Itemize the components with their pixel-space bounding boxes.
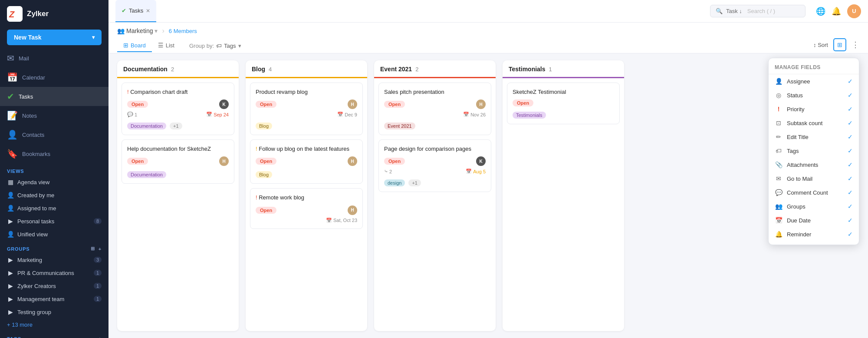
expand-icon: ▶ bbox=[7, 256, 14, 263]
sidebar-item-assigned-to-me[interactable]: 👤 Assigned to me bbox=[0, 202, 108, 215]
column-blog: Blog 4 Product revamp blog Open H 📅 Dec … bbox=[246, 60, 367, 331]
tasks-tab[interactable]: ✔ Tasks ✕ bbox=[115, 0, 156, 22]
sidebar-item-mail[interactable]: ✉ Mail bbox=[0, 49, 108, 68]
sidebar-item-agenda[interactable]: ▦ Agenda view bbox=[0, 176, 108, 189]
field-assignee[interactable]: 👤 Assignee ✓ bbox=[769, 74, 859, 88]
field-edittitle[interactable]: ✏ Edit Title ✓ bbox=[769, 130, 859, 144]
sidebar-item-unified[interactable]: 👤 Unified view bbox=[0, 228, 108, 241]
sidebar-item-tasks[interactable]: ✔ Tasks bbox=[0, 87, 108, 106]
subheader-tabs: ⊞ Board ☰ List Group by: 🏷 Tags ▾ bbox=[117, 39, 241, 52]
search-bar[interactable]: 🔍 Task ↓ Search ( / ) bbox=[710, 5, 806, 17]
card-tags: Documentation bbox=[127, 169, 229, 178]
sort-button[interactable]: ↕ Sort bbox=[813, 42, 828, 48]
list-icon: ☰ bbox=[158, 42, 164, 49]
sidebar-item-zylker[interactable]: ▶ Zylker Creators 1 bbox=[0, 279, 108, 292]
check-reminder: ✓ bbox=[848, 231, 853, 238]
check-attachments: ✓ bbox=[848, 161, 853, 168]
field-duedate[interactable]: 📅 Due Date ✓ bbox=[769, 213, 859, 227]
field-commentcount[interactable]: 💬 Comment Count ✓ bbox=[769, 186, 859, 199]
card-help-documentation[interactable]: Help documentation for SketcheZ Open H D… bbox=[122, 139, 234, 184]
globe-icon[interactable]: 🌐 bbox=[816, 7, 825, 16]
card-follow-up-blog[interactable]: ! Follow up blog on the latest features … bbox=[250, 139, 363, 184]
field-priority[interactable]: ! Priority ✓ bbox=[769, 102, 859, 116]
card-meta-row: 📅 Dec 9 bbox=[256, 112, 357, 117]
group-selector[interactable]: 👥 Marketing ▾ bbox=[117, 27, 158, 34]
assignee-field-icon: 👤 bbox=[775, 78, 783, 85]
due-date: 📅 Sep 24 bbox=[206, 112, 229, 117]
check-tags: ✓ bbox=[848, 147, 853, 154]
right-content: ✔ Tasks ✕ 🔍 Task ↓ Search ( / ) 🌐 🔔 U bbox=[108, 0, 868, 338]
field-subtask[interactable]: ⊡ Subtask count ✓ bbox=[769, 116, 859, 130]
groupby-chevron: ▾ bbox=[238, 43, 241, 49]
status-badge: Open bbox=[513, 99, 533, 106]
sidebar-item-created-by-me[interactable]: 👤 Created by me bbox=[0, 189, 108, 202]
card-row: Open H bbox=[127, 156, 229, 166]
sidebar-item-pr[interactable]: ▶ PR & Communications 1 bbox=[0, 266, 108, 279]
grid-icon: ⊞ bbox=[837, 41, 842, 48]
sidebar-item-calendar[interactable]: 📅 Calendar bbox=[0, 68, 108, 87]
tags-add-icon[interactable]: + bbox=[99, 336, 102, 338]
field-groups[interactable]: 👥 Groups ✓ bbox=[769, 199, 859, 213]
card-tags: Documentation +1 bbox=[127, 120, 229, 129]
card-comparison-chart-draft[interactable]: ! Comparison chart draft Open K 💬 1 � bbox=[122, 83, 234, 135]
column-header-documentation: Documentation 2 bbox=[117, 60, 239, 78]
tab-close-icon[interactable]: ✕ bbox=[146, 8, 150, 14]
card-product-revamp[interactable]: Product revamp blog Open H 📅 Dec 9 Blog bbox=[250, 83, 363, 135]
groups-add-icon[interactable]: + bbox=[99, 246, 102, 252]
card-page-design[interactable]: Page design for comparison pages Open K … bbox=[378, 139, 491, 192]
card-sales-pitch[interactable]: Sales pitch presentation Open H 📅 Nov 26 bbox=[378, 83, 491, 135]
topbar: ✔ Tasks ✕ 🔍 Task ↓ Search ( / ) 🌐 🔔 U bbox=[108, 0, 868, 23]
card-meta-row: ⤷ 2 📅 Aug 5 bbox=[384, 169, 486, 174]
column-event2021: Event 2021 2 Sales pitch presentation Op… bbox=[374, 60, 496, 331]
view-toggle-button[interactable]: ⊞ bbox=[833, 38, 846, 51]
sidebar-item-mgmt[interactable]: ▶ Management team 1 bbox=[0, 292, 108, 305]
card-sketchez-testimonial[interactable]: SketcheZ Testimonial Open Testimonials bbox=[507, 83, 620, 124]
due-date: 📅 Sat, Oct 23 bbox=[326, 218, 357, 223]
zylker-badge: 1 bbox=[94, 283, 102, 289]
calendar-icon: 📅 bbox=[206, 112, 212, 117]
manage-fields-panel: Manage Fields 👤 Assignee ✓ ◎ Status ✓ ! … bbox=[768, 58, 859, 245]
tags-section-title: TAGS + bbox=[0, 331, 108, 338]
sidebar-item-contacts[interactable]: 👤 Contacts bbox=[0, 125, 108, 144]
field-gomail[interactable]: ✉ Go to Mail ✓ bbox=[769, 172, 859, 186]
field-status[interactable]: ◎ Status ✓ bbox=[769, 88, 859, 102]
card-title: Page design for comparison pages bbox=[384, 145, 486, 153]
tab-board[interactable]: ⊞ Board bbox=[117, 39, 152, 52]
expand-icon-testing: ▶ bbox=[7, 308, 14, 315]
user-avatar[interactable]: U bbox=[847, 4, 861, 18]
comment-count: ⤷ 2 bbox=[384, 169, 392, 174]
card-title: SketcheZ Testimonial bbox=[513, 88, 614, 96]
sidebar-nav-section: ✉ Mail 📅 Calendar ✔ Tasks 📝 Notes 👤 Cont… bbox=[0, 49, 108, 163]
subheader: 👥 Marketing ▾ › 6 Members ⊞ Board ☰ List bbox=[108, 23, 868, 53]
card-remote-work-blog[interactable]: ! Remote work blog Open H 📅 Sat, Oct 23 bbox=[250, 188, 363, 229]
due-date: 📅 Aug 5 bbox=[466, 169, 486, 174]
field-tags[interactable]: 🏷 Tags ✓ bbox=[769, 144, 859, 158]
status-badge: Open bbox=[256, 207, 276, 214]
field-reminder[interactable]: 🔔 Reminder ✓ bbox=[769, 227, 859, 241]
tag-chip: Testimonials bbox=[513, 112, 546, 119]
card-title: Help documentation for SketcheZ bbox=[127, 145, 229, 153]
sidebar-item-testing[interactable]: ▶ Testing group bbox=[0, 305, 108, 318]
members-link[interactable]: 6 Members bbox=[169, 28, 197, 34]
column-header-blog: Blog 4 bbox=[246, 60, 367, 78]
sidebar-item-marketing[interactable]: ▶ Marketing 3 bbox=[0, 253, 108, 266]
sidebar-item-notes[interactable]: 📝 Notes bbox=[0, 106, 108, 125]
tag-chip-extra: +1 bbox=[170, 123, 182, 129]
calendar-icon: 📅 bbox=[463, 112, 469, 117]
card-title: Product revamp blog bbox=[256, 88, 357, 96]
field-attachments[interactable]: 📎 Attachments ✓ bbox=[769, 158, 859, 172]
sidebar-item-bookmarks[interactable]: 🔖 Bookmarks bbox=[0, 144, 108, 163]
tag-chip: Event 2021 bbox=[384, 123, 415, 129]
more-groups-link[interactable]: + 13 more bbox=[0, 318, 108, 331]
groups-filter-icon[interactable]: ⊞ bbox=[91, 246, 95, 252]
check-edittitle: ✓ bbox=[848, 133, 853, 140]
new-task-button[interactable]: New Task ▾ bbox=[7, 30, 102, 45]
assignee-avatar: K bbox=[219, 99, 229, 109]
sidebar-item-personal-tasks[interactable]: ▶ Personal tasks 8 bbox=[0, 215, 108, 228]
more-options-button[interactable]: ⋮ bbox=[852, 40, 859, 50]
reminder-field-icon: 🔔 bbox=[775, 231, 783, 238]
tab-list[interactable]: ☰ List bbox=[152, 39, 181, 52]
groups-section-title: GROUPS ⊞ + bbox=[0, 241, 108, 253]
bell-icon[interactable]: 🔔 bbox=[832, 7, 841, 16]
groupby-selector[interactable]: Group by: 🏷 Tags ▾ bbox=[189, 43, 241, 49]
